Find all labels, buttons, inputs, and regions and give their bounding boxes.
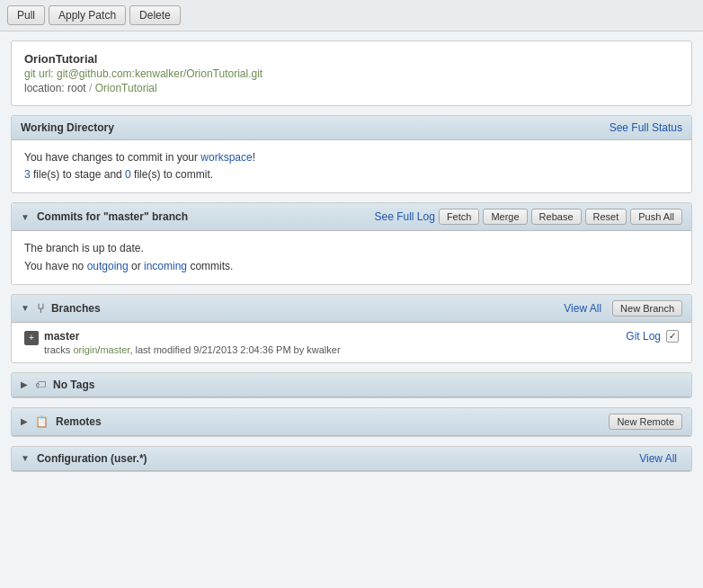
branch-info: master tracks origin/master, last modifi… — [44, 330, 341, 355]
tags-section: ▶ 🏷 No Tags — [11, 372, 692, 398]
tags-chevron[interactable]: ▶ — [21, 379, 28, 389]
branches-title: Branches — [51, 302, 556, 315]
working-directory-section: Working Directory See Full Status You ha… — [11, 115, 692, 193]
main-content: OrionTutorial git url: git@github.com:ke… — [0, 31, 703, 481]
rebase-button[interactable]: Rebase — [531, 209, 582, 225]
new-remote-button[interactable]: New Remote — [609, 414, 682, 430]
tag-icon: 🏷 — [35, 379, 46, 391]
commits-title: Commits for "master" branch — [37, 210, 368, 223]
push-all-button[interactable]: Push All — [630, 209, 682, 225]
location-prefix: location: root — [24, 82, 86, 94]
working-directory-text: You have changes to commit in your works… — [24, 149, 679, 183]
working-directory-header: Working Directory See Full Status — [12, 116, 691, 140]
configuration-chevron[interactable]: ▼ — [21, 453, 30, 463]
commits-line2: You have no outgoing or incoming commits… — [24, 258, 679, 275]
commits-text: The branch is up to date. You have no ou… — [24, 240, 679, 274]
outgoing-highlight: outgoing — [87, 260, 129, 272]
merge-button[interactable]: Merge — [483, 209, 527, 225]
commits-section: ▼ Commits for "master" branch See Full L… — [11, 202, 692, 284]
branch-left: + master tracks origin/master, last modi… — [24, 330, 341, 355]
branch-name: master — [44, 330, 341, 343]
new-branch-button[interactable]: New Branch — [612, 300, 682, 316]
repo-name: OrionTutorial — [24, 52, 679, 66]
commits-actions: See Full Log Fetch Merge Rebase Reset Pu… — [374, 209, 682, 225]
branches-section: ▼ ⑂ Branches View All New Branch + maste… — [11, 294, 692, 363]
branch-plus-icon: + — [24, 331, 39, 345]
stage-count: 3 — [24, 168, 31, 181]
see-full-status-button[interactable]: See Full Status — [610, 121, 682, 134]
branches-icon: ⑂ — [37, 301, 44, 316]
branch-item: + master tracks origin/master, last modi… — [12, 323, 691, 362]
commit-count: 0 — [125, 168, 131, 181]
branches-view-all-button[interactable]: View All — [564, 302, 601, 315]
delete-button[interactable]: Delete — [129, 5, 181, 25]
commits-body: The branch is up to date. You have no ou… — [12, 231, 691, 283]
branch-right: Git Log ✓ — [626, 330, 679, 343]
see-full-log-button[interactable]: See Full Log — [374, 210, 434, 223]
fetch-button[interactable]: Fetch — [439, 209, 480, 225]
location-name: OrionTutorial — [95, 82, 157, 94]
branch-origin: origin — [73, 344, 97, 355]
wd-line2: 3 file(s) to stage and 0 file(s) to comm… — [24, 166, 679, 183]
commits-chevron[interactable]: ▼ — [21, 212, 30, 222]
remotes-section: ▶ 📋 Remotes New Remote — [11, 407, 692, 437]
toolbar: Pull Apply Patch Delete — [0, 0, 703, 31]
location-separator: / — [89, 82, 95, 94]
configuration-header: ▼ Configuration (user.*) View All — [12, 447, 691, 471]
branch-origin-branch: master — [100, 344, 129, 355]
configuration-section: ▼ Configuration (user.*) View All — [11, 446, 692, 472]
incoming-highlight: incoming — [144, 260, 187, 272]
branches-header-right: View All New Branch — [564, 300, 682, 316]
workspace-highlight: workspace — [200, 151, 252, 164]
git-log-button[interactable]: Git Log — [626, 330, 661, 343]
remotes-header: ▶ 📋 Remotes New Remote — [12, 408, 691, 436]
repo-url: git url: git@github.com:kenwalker/OrionT… — [24, 67, 679, 80]
working-directory-body: You have changes to commit in your works… — [12, 140, 691, 192]
configuration-title: Configuration (user.*) — [37, 452, 632, 465]
configuration-view-all-button[interactable]: View All — [639, 452, 677, 465]
repo-location: location: root / OrionTutorial — [24, 82, 679, 94]
remotes-chevron[interactable]: ▶ — [21, 416, 28, 426]
working-directory-title: Working Directory — [21, 121, 602, 134]
commits-line1: The branch is up to date. — [24, 240, 679, 257]
wd-line1: You have changes to commit in your works… — [24, 149, 679, 166]
commits-header: ▼ Commits for "master" branch See Full L… — [12, 203, 691, 231]
branch-checkbox[interactable]: ✓ — [666, 330, 679, 343]
branches-chevron[interactable]: ▼ — [21, 303, 30, 313]
tags-header[interactable]: ▶ 🏷 No Tags — [12, 373, 691, 397]
repo-info-card: OrionTutorial git url: git@github.com:ke… — [11, 40, 692, 106]
remote-icon: 📋 — [35, 415, 49, 428]
apply-patch-button[interactable]: Apply Patch — [49, 5, 126, 25]
branches-header: ▼ ⑂ Branches View All New Branch — [12, 295, 691, 323]
tags-title: No Tags — [53, 379, 682, 391]
remotes-title: Remotes — [56, 415, 601, 428]
pull-button[interactable]: Pull — [7, 5, 45, 25]
reset-button[interactable]: Reset — [585, 209, 627, 225]
branch-meta: tracks origin/master, last modified 9/21… — [44, 344, 341, 355]
